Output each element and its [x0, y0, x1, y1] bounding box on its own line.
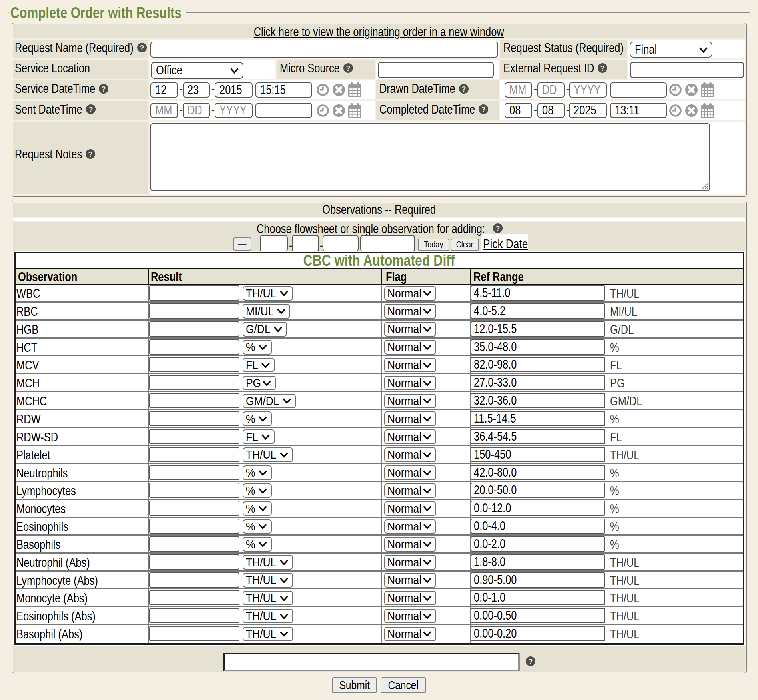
svg-text:?: ?	[88, 150, 93, 158]
svg-text:?: ?	[481, 106, 486, 114]
svg-text:?: ?	[140, 44, 144, 52]
svg-text:?: ?	[529, 658, 533, 666]
svg-text:?: ?	[346, 64, 350, 72]
svg-text:?: ?	[88, 106, 93, 114]
svg-text:?: ?	[600, 64, 605, 72]
svg-text:?: ?	[461, 85, 466, 93]
svg-text:?: ?	[495, 224, 500, 232]
svg-text:?: ?	[102, 85, 106, 93]
